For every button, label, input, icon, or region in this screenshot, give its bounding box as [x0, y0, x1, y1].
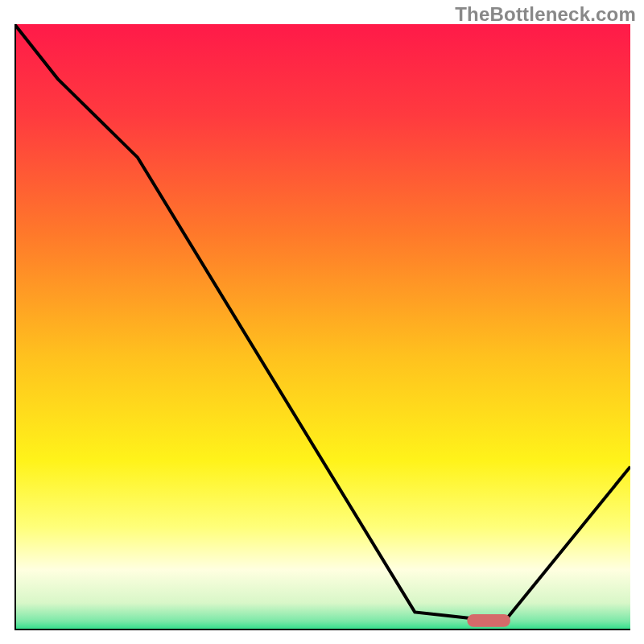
chart-canvas: TheBottleneck.com	[0, 0, 644, 644]
watermark-text: TheBottleneck.com	[455, 3, 636, 26]
bottleneck-chart	[14, 24, 630, 630]
optimum-marker	[467, 614, 510, 627]
chart-background	[14, 24, 630, 630]
